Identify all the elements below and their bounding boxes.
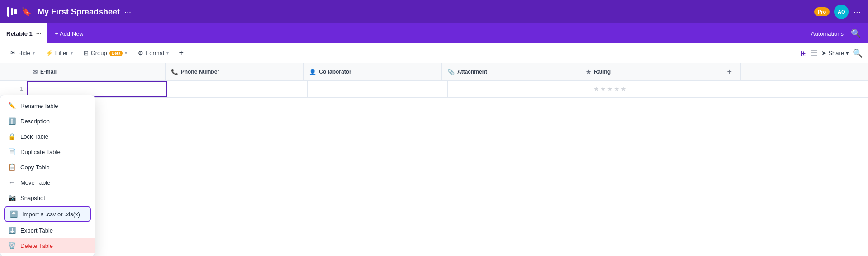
top-nav: 🔖 My First Spreadsheet ··· Pro AO ··· [0, 0, 868, 23]
menu-item-description[interactable]: ℹ️ Description [0, 113, 95, 129]
copy-icon: 📋 [8, 163, 16, 171]
collaborator-col-icon: 👤 [309, 69, 316, 75]
snapshot-icon: 📷 [8, 194, 16, 201]
tab-bar: Retable 1 ··· + Add New Automations 🔍 [0, 23, 868, 43]
logo [7, 7, 17, 17]
export-label: Export Table [20, 227, 53, 234]
table-area: ✉ E-mail 📞 Phone Number 👤 Collaborator 📎… [0, 63, 868, 98]
cell-phone-1[interactable] [167, 81, 308, 97]
copy-label: Copy Table [20, 164, 50, 171]
menu-item-move[interactable]: ← Move Table [0, 175, 95, 190]
table-row: 1 ★ ★ ★ ★ ★ [0, 81, 868, 98]
col-header-phone: 📞 Phone Number [166, 63, 304, 80]
group-label: Group [91, 50, 107, 56]
col-header-attachment: 📎 Attachment [442, 63, 580, 80]
group-icon: ⊞ [84, 50, 89, 56]
logo-bar-3 [14, 9, 17, 14]
export-icon: ⬇️ [8, 227, 16, 234]
app-more-button[interactable]: ··· [124, 7, 131, 17]
app-title: My First Spreadsheet [38, 7, 120, 17]
filter-icon: ⚡ [46, 50, 53, 56]
toolbar: 👁 Hide ▾ ⚡ Filter ▾ ⊞ Group Beta ▾ ⚙ For… [0, 43, 868, 63]
hide-button[interactable]: 👁 Hide ▾ [5, 47, 39, 59]
top-more-button[interactable]: ··· [853, 7, 861, 17]
delete-label: Delete Table [20, 242, 53, 249]
format-label: Format [146, 50, 164, 56]
delete-icon: 🗑️ [8, 242, 16, 249]
list-view-button[interactable]: ☰ [811, 48, 818, 58]
hide-label: Hide [18, 50, 30, 56]
row-num-header [0, 63, 27, 80]
lock-icon: 🔒 [8, 133, 16, 140]
star-5: ★ [621, 85, 626, 93]
rating-stars: ★ ★ ★ ★ ★ [593, 85, 626, 93]
toolbar-search-icon[interactable]: 🔍 [853, 48, 863, 58]
cell-rating-1[interactable]: ★ ★ ★ ★ ★ [588, 81, 728, 97]
bookmark-icon: 🔖 [21, 7, 31, 17]
cell-extra-1[interactable] [728, 81, 868, 97]
menu-item-lock[interactable]: 🔒 Lock Table [0, 129, 95, 144]
toolbar-left: 👁 Hide ▾ ⚡ Filter ▾ ⊞ Group Beta ▾ ⚙ For… [5, 47, 187, 60]
group-chevron: ▾ [125, 51, 127, 56]
lock-label: Lock Table [20, 133, 48, 140]
menu-item-export[interactable]: ⬇️ Export Table [0, 223, 95, 238]
phone-col-label: Phone Number [181, 69, 219, 75]
table-header: ✉ E-mail 📞 Phone Number 👤 Collaborator 📎… [0, 63, 868, 81]
tab-label: Retable 1 [6, 30, 33, 37]
share-icon: ➤ [821, 50, 826, 56]
cell-collaborator-1[interactable] [308, 81, 448, 97]
hide-chevron: ▾ [33, 51, 35, 56]
format-icon: ⚙ [138, 50, 143, 56]
col-header-email: ✉ E-mail [27, 63, 166, 80]
share-label: Share [828, 50, 844, 56]
format-button[interactable]: ⚙ Format ▾ [133, 47, 173, 59]
menu-item-delete[interactable]: 🗑️ Delete Table [0, 238, 95, 253]
duplicate-icon: 📄 [8, 148, 16, 155]
description-label: Description [20, 118, 50, 125]
menu-item-rename[interactable]: ✏️ Rename Table [0, 98, 95, 113]
cell-attachment-1[interactable] [448, 81, 588, 97]
email-col-icon: ✉ [33, 69, 38, 75]
share-chevron: ▾ [846, 50, 849, 56]
extra-col [741, 63, 868, 80]
rating-col-icon: ★ [586, 69, 591, 75]
phone-col-icon: 📞 [171, 69, 178, 75]
add-view-button[interactable]: + [175, 47, 187, 60]
star-1: ★ [593, 85, 599, 93]
rename-icon: ✏️ [8, 102, 16, 109]
import-label: Import a .csv or .xls(x) [22, 211, 80, 218]
tab-retable1[interactable]: Retable 1 ··· [0, 23, 47, 43]
tab-more-button[interactable]: ··· [36, 30, 42, 37]
attachment-col-label: Attachment [457, 69, 487, 75]
menu-item-snapshot[interactable]: 📷 Snapshot [0, 190, 95, 205]
menu-item-copy[interactable]: 📋 Copy Table [0, 159, 95, 175]
add-new-button[interactable]: + Add New [47, 23, 90, 43]
format-chevron: ▾ [166, 51, 169, 56]
grid-view-button[interactable]: ⊞ [800, 48, 807, 58]
pro-badge: Pro [814, 7, 830, 16]
tab-bar-left: Retable 1 ··· + Add New [0, 23, 91, 43]
automations-button[interactable]: Automations [811, 30, 844, 37]
move-icon: ← [8, 179, 16, 186]
snapshot-label: Snapshot [20, 195, 45, 201]
menu-item-duplicate[interactable]: 📄 Duplicate Table [0, 144, 95, 159]
beta-badge: Beta [109, 51, 123, 56]
logo-bar-1 [7, 7, 9, 17]
toolbar-right: ⊞ ☰ ➤ Share ▾ 🔍 [800, 48, 863, 58]
avatar[interactable]: AO [834, 5, 849, 19]
import-icon: ⬆️ [9, 210, 18, 218]
group-button[interactable]: ⊞ Group Beta ▾ [79, 47, 132, 59]
context-menu: ✏️ Rename Table ℹ️ Description 🔒 Lock Ta… [0, 95, 95, 256]
add-column-button[interactable]: + [718, 63, 741, 80]
menu-item-import[interactable]: ⬆️ Import a .csv or .xls(x) [4, 206, 91, 222]
share-button[interactable]: ➤ Share ▾ [821, 50, 849, 56]
rating-col-label: Rating [594, 69, 611, 75]
filter-chevron: ▾ [71, 51, 73, 56]
star-4: ★ [614, 85, 620, 93]
collaborator-col-label: Collaborator [319, 69, 351, 75]
hide-icon: 👁 [10, 50, 16, 56]
top-search-icon[interactable]: 🔍 [851, 28, 861, 38]
nav-left: 🔖 My First Spreadsheet ··· [7, 7, 131, 17]
filter-button[interactable]: ⚡ Filter ▾ [41, 47, 77, 59]
email-col-label: E-mail [40, 69, 57, 75]
